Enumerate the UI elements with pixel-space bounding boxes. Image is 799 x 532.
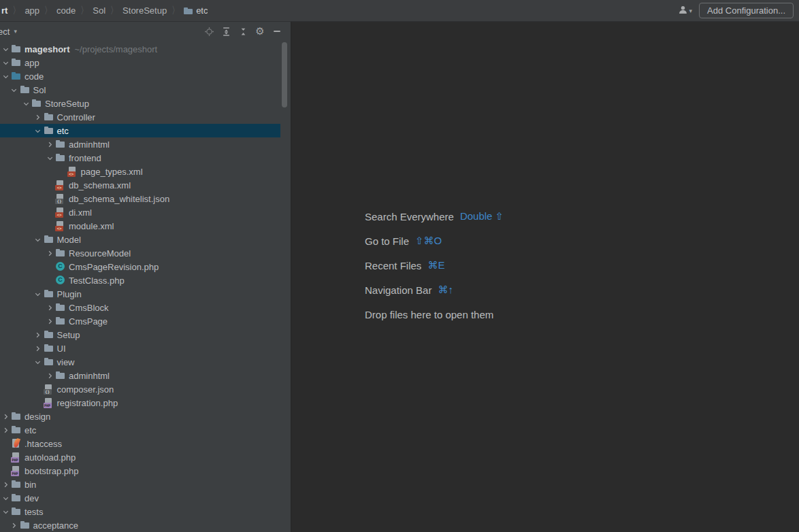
- add-configuration-button[interactable]: Add Configuration...: [699, 3, 794, 18]
- tree-item-label: di.xml: [69, 207, 92, 218]
- folder-icon: [20, 520, 31, 531]
- chevron-slot: [44, 220, 55, 231]
- tree-row[interactable]: ResourceModel: [0, 246, 280, 260]
- tree-row[interactable]: PHPregistration.php: [0, 396, 280, 410]
- xml-file-icon: <>: [55, 180, 66, 190]
- tree-row[interactable]: UI: [0, 342, 280, 355]
- chevron-down-icon[interactable]: [33, 234, 44, 245]
- tree-row[interactable]: dev: [0, 491, 280, 505]
- tree-item-label: acceptance: [33, 520, 79, 531]
- breadcrumb-item[interactable]: code: [56, 5, 76, 16]
- chevron-right-icon[interactable]: [9, 520, 20, 531]
- json-file-icon: {}: [55, 193, 66, 204]
- tree-row[interactable]: {}composer.json: [0, 382, 280, 396]
- tree-row[interactable]: code: [0, 69, 280, 83]
- tree-row[interactable]: Plugin: [0, 287, 280, 301]
- expand-all-icon[interactable]: [221, 26, 231, 37]
- folder-icon: [11, 506, 22, 517]
- tree-item-label: design: [25, 412, 50, 422]
- tree-row[interactable]: etc: [0, 423, 280, 437]
- settings-gear-icon[interactable]: ⚙: [255, 26, 265, 37]
- tree-item-label: Model: [57, 235, 81, 245]
- chevron-down-icon[interactable]: [0, 44, 11, 54]
- tree-row[interactable]: <>module.xml: [0, 219, 280, 233]
- tree-row[interactable]: CmsBlock: [0, 301, 280, 314]
- chevron-right-icon[interactable]: [33, 112, 44, 122]
- breadcrumb-item[interactable]: Sol: [93, 5, 105, 16]
- shortcut-keys: ⌘E: [427, 259, 444, 271]
- chevron-down-icon[interactable]: [20, 98, 31, 109]
- tree-row[interactable]: mageshort~/projects/mageshort: [0, 42, 280, 56]
- folder-icon: [44, 125, 54, 136]
- chevron-down-icon[interactable]: [33, 288, 44, 299]
- chevron-right-icon[interactable]: [44, 248, 55, 259]
- topbar-right-group: ▾ Add Configuration...: [679, 3, 794, 18]
- tree-item-label: view: [57, 357, 75, 367]
- shortcut-action-label: Search Everywhere: [365, 211, 454, 222]
- chevron-right-icon[interactable]: [0, 425, 11, 435]
- tree-row[interactable]: app: [0, 56, 280, 69]
- breadcrumb-item[interactable]: app: [25, 5, 39, 16]
- chevron-down-icon[interactable]: [44, 152, 55, 163]
- tree-row[interactable]: PHPbootstrap.php: [0, 464, 280, 478]
- tree-row[interactable]: CmsPage: [0, 314, 280, 328]
- tree-item-label: composer.json: [57, 384, 114, 395]
- tree-row[interactable]: {}db_schema_whitelist.json: [0, 192, 280, 205]
- tree-row[interactable]: adminhtml: [0, 369, 280, 382]
- tree-row[interactable]: Model: [0, 233, 280, 246]
- chevron-right-icon[interactable]: [33, 343, 44, 354]
- chevron-right-icon[interactable]: [33, 329, 44, 340]
- tree-item-label: page_types.xml: [81, 167, 143, 177]
- chevron-down-icon: ▾: [689, 7, 693, 14]
- tree-row[interactable]: acceptance: [0, 518, 280, 532]
- tree-row[interactable]: Setup: [0, 328, 280, 342]
- chevron-right-icon[interactable]: [44, 302, 55, 313]
- tree-item-label: TestClass.php: [69, 276, 125, 286]
- tree-row[interactable]: tests: [0, 505, 280, 518]
- shortcut-hint-line: Search EverywhereDouble ⇧: [365, 204, 504, 229]
- tree-row[interactable]: CTestClass.php: [0, 273, 280, 287]
- chevron-down-icon[interactable]: [0, 57, 11, 68]
- tree-row[interactable]: etc: [0, 124, 280, 137]
- folder-icon: [55, 302, 66, 313]
- tree-row[interactable]: bin: [0, 478, 280, 491]
- chevron-down-icon[interactable]: [0, 506, 11, 517]
- tree-item-label: autoload.php: [25, 452, 76, 463]
- user-menu-button[interactable]: ▾: [679, 5, 693, 17]
- tree-row[interactable]: <>di.xml: [0, 205, 280, 219]
- tree-item-label: Setup: [57, 330, 80, 340]
- tree-row[interactable]: view: [0, 355, 280, 369]
- chevron-down-icon[interactable]: [0, 493, 11, 503]
- breadcrumb-item[interactable]: rt: [1, 5, 7, 16]
- tree-row[interactable]: CCmsPageRevision.php: [0, 260, 280, 273]
- tree-row[interactable]: PHPautoload.php: [0, 450, 280, 464]
- chevron-down-icon[interactable]: [33, 356, 44, 367]
- tree-row[interactable]: StoreSetup: [0, 97, 280, 110]
- chevron-down-icon[interactable]: [0, 71, 11, 82]
- breadcrumb-item[interactable]: etc: [184, 5, 208, 16]
- chevron-right-icon[interactable]: [0, 411, 11, 422]
- chevron-down-icon[interactable]: [9, 84, 20, 95]
- shortcut-keys: Double ⇧: [460, 210, 504, 222]
- project-view-selector[interactable]: Project ▾: [0, 27, 17, 37]
- locate-icon[interactable]: [203, 26, 214, 37]
- collapse-all-icon[interactable]: [238, 26, 248, 37]
- breadcrumb-item[interactable]: StoreSetup: [123, 5, 167, 16]
- chevron-right-icon[interactable]: [44, 316, 55, 327]
- chevron-down-icon[interactable]: [33, 125, 44, 136]
- tree-scrollbar-thumb[interactable]: [282, 42, 287, 107]
- tree-row[interactable]: <>db_schema.xml: [0, 178, 280, 192]
- hide-panel-icon[interactable]: [272, 26, 282, 37]
- chevron-right-icon[interactable]: [44, 139, 55, 150]
- tree-row[interactable]: design: [0, 410, 280, 423]
- chevron-right-icon[interactable]: [44, 370, 55, 381]
- xml-file-icon: <>: [55, 220, 66, 231]
- tree-row[interactable]: <>page_types.xml: [0, 165, 280, 178]
- tree-item-label: db_schema_whitelist.json: [69, 194, 169, 204]
- tree-row[interactable]: Controller: [0, 110, 280, 124]
- tree-row[interactable]: adminhtml: [0, 137, 280, 151]
- tree-row[interactable]: Sol: [0, 83, 280, 97]
- chevron-right-icon[interactable]: [0, 479, 11, 490]
- tree-row[interactable]: frontend: [0, 151, 280, 165]
- tree-row[interactable]: .htaccess: [0, 437, 280, 450]
